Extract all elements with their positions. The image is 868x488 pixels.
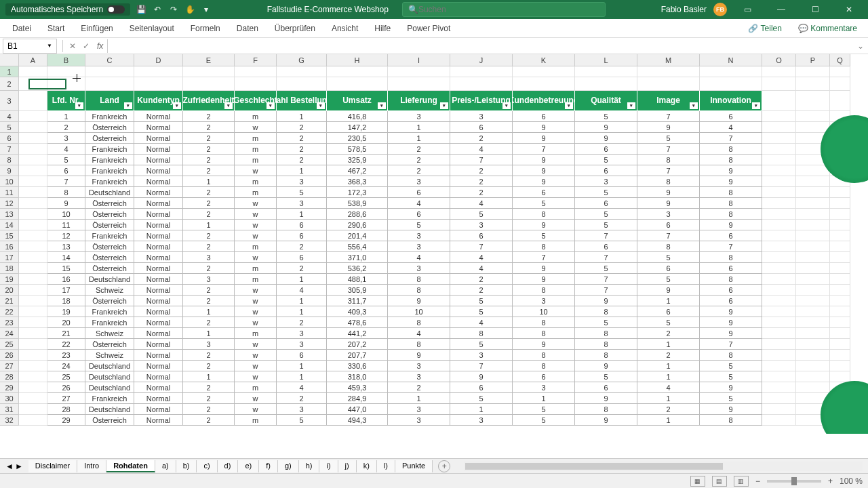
table-cell[interactable]: 8	[575, 404, 637, 415]
table-cell[interactable]: 7	[575, 274, 637, 285]
table-cell[interactable]: 6	[700, 263, 762, 274]
table-cell[interactable]: 409,3	[327, 306, 388, 317]
table-cell[interactable]: Normal	[134, 350, 183, 361]
cell[interactable]	[19, 382, 47, 393]
comments-button[interactable]: 💬 Kommentare	[793, 21, 863, 36]
table-cell[interactable]: 2	[388, 165, 450, 176]
cell[interactable]	[19, 209, 47, 220]
row-header[interactable]: 31	[0, 404, 19, 415]
table-cell[interactable]: w	[235, 122, 277, 133]
table-cell[interactable]: w	[235, 230, 277, 241]
sheet-tab[interactable]: j)	[338, 460, 357, 472]
table-cell[interactable]: 5	[575, 155, 637, 165]
table-cell[interactable]: 9	[700, 328, 762, 339]
table-cell[interactable]: 2	[183, 382, 235, 393]
table-cell[interactable]: 11	[47, 220, 85, 230]
table-cell[interactable]: 6	[700, 285, 762, 296]
table-cell[interactable]: 578,5	[327, 144, 388, 155]
cell[interactable]	[85, 66, 134, 77]
cell[interactable]	[235, 77, 277, 91]
table-cell[interactable]: 1	[637, 371, 700, 382]
table-cell[interactable]: 24	[47, 361, 85, 371]
cell[interactable]	[762, 66, 796, 77]
cell[interactable]	[85, 77, 134, 91]
column-header[interactable]: J	[450, 54, 513, 66]
table-cell[interactable]: Schweiz	[85, 328, 134, 339]
table-cell[interactable]: 6	[700, 111, 762, 122]
table-cell[interactable]: w	[235, 404, 277, 415]
table-cell[interactable]: 2	[637, 404, 700, 415]
table-cell[interactable]: w	[235, 252, 277, 263]
cell[interactable]	[830, 198, 850, 209]
filter-icon[interactable]: ▾	[627, 102, 635, 109]
cell[interactable]	[700, 77, 762, 91]
table-cell[interactable]: 4	[388, 252, 450, 263]
table-cell[interactable]: 15	[47, 263, 85, 274]
table-cell[interactable]: 3	[183, 252, 235, 263]
cell[interactable]	[830, 274, 850, 285]
cell[interactable]	[47, 66, 85, 77]
column-header[interactable]: N	[700, 54, 762, 66]
table-cell[interactable]: 7	[575, 230, 637, 241]
table-cell[interactable]: 3	[388, 415, 450, 426]
table-cell[interactable]: 4	[47, 144, 85, 155]
row-header[interactable]: 7	[0, 144, 19, 155]
table-cell[interactable]: 8	[700, 350, 762, 361]
row-header[interactable]: 4	[0, 111, 19, 122]
table-cell[interactable]: 6	[277, 220, 327, 230]
table-cell[interactable]: Normal	[134, 382, 183, 393]
sheet-tab[interactable]: g)	[278, 460, 299, 472]
table-cell[interactable]: Österreich	[85, 415, 134, 426]
cell[interactable]	[450, 66, 513, 77]
table-cell[interactable]: 9	[575, 393, 637, 404]
cell[interactable]	[830, 77, 850, 91]
row-header[interactable]: 23	[0, 317, 19, 328]
table-cell[interactable]: 3	[277, 176, 327, 187]
table-cell[interactable]: 2	[637, 350, 700, 361]
table-cell[interactable]: 6	[277, 230, 327, 241]
table-cell[interactable]: 9	[637, 122, 700, 133]
table-cell[interactable]: 5	[575, 317, 637, 328]
table-cell[interactable]: 8	[637, 176, 700, 187]
page-layout-view-icon[interactable]: ▤	[712, 476, 727, 487]
table-cell[interactable]: Österreich	[85, 252, 134, 263]
cell[interactable]	[19, 198, 47, 209]
table-cell[interactable]: 3	[388, 361, 450, 371]
table-cell[interactable]: 10	[47, 209, 85, 220]
table-cell[interactable]: 1	[637, 361, 700, 371]
normal-view-icon[interactable]: ▦	[690, 476, 705, 487]
table-cell[interactable]: 325,9	[327, 155, 388, 165]
table-cell[interactable]: 26	[47, 382, 85, 393]
table-cell[interactable]: 1	[277, 306, 327, 317]
cell[interactable]	[796, 328, 830, 339]
table-cell[interactable]: 467,2	[327, 165, 388, 176]
row-header[interactable]: 28	[0, 371, 19, 382]
table-cell[interactable]: 488,1	[327, 274, 388, 285]
user-name[interactable]: Fabio Basler	[661, 5, 707, 14]
table-header[interactable]: Preis-/Leistung▾	[450, 91, 513, 111]
cell[interactable]	[19, 339, 47, 350]
table-cell[interactable]: 9	[575, 361, 637, 371]
table-cell[interactable]: 3	[277, 328, 327, 339]
table-cell[interactable]: 6	[637, 263, 700, 274]
cell[interactable]	[796, 306, 830, 317]
tab-einfügen[interactable]: Einfügen	[74, 21, 119, 36]
table-cell[interactable]: 4	[450, 198, 513, 209]
table-cell[interactable]: 10	[388, 306, 450, 317]
table-cell[interactable]: 9	[388, 350, 450, 361]
zoom-slider[interactable]	[767, 480, 821, 483]
table-cell[interactable]: 6	[277, 350, 327, 361]
table-cell[interactable]: 9	[47, 198, 85, 209]
toggle-switch[interactable]	[107, 5, 125, 14]
table-cell[interactable]: 147,2	[327, 122, 388, 133]
zoom-in-icon[interactable]: +	[828, 476, 833, 486]
tab-ansicht[interactable]: Ansicht	[325, 21, 365, 36]
table-cell[interactable]: 2	[277, 144, 327, 155]
cell[interactable]	[19, 415, 47, 426]
cell[interactable]	[762, 404, 796, 415]
cell[interactable]	[19, 263, 47, 274]
tab-formeln[interactable]: Formeln	[184, 21, 227, 36]
table-cell[interactable]: 1	[388, 393, 450, 404]
cell[interactable]	[830, 66, 850, 77]
cell[interactable]	[830, 285, 850, 296]
